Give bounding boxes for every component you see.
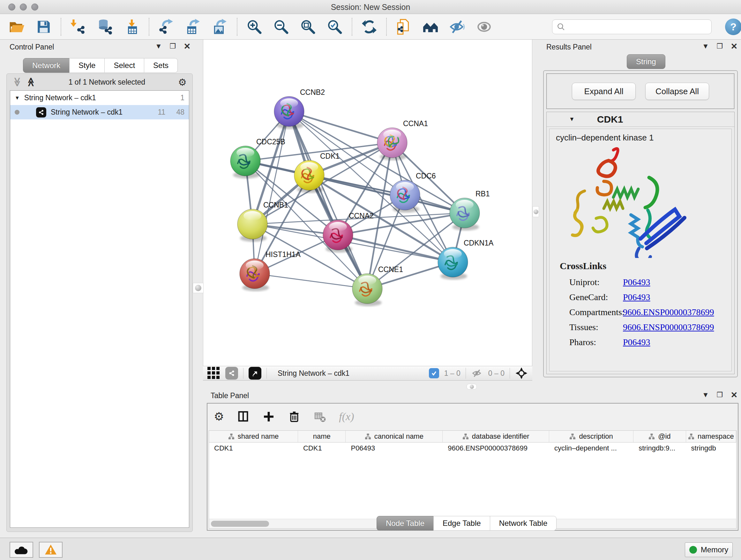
crosslink-link[interactable]: P06493 (623, 292, 650, 302)
panel-float-icon[interactable]: ❒ (717, 43, 723, 50)
right-splitter-handle[interactable] (533, 206, 539, 217)
tab-network-table[interactable]: Network Table (490, 516, 557, 531)
network-canvas[interactable]: CCNB2CCNA1CDC25BCDK1CDC6RB1CCNB1CCNA2CDK… (203, 40, 532, 366)
tab-edge-table[interactable]: Edge Table (433, 516, 490, 531)
crosslink-link[interactable]: P06493 (623, 337, 650, 348)
zoom-selected-icon[interactable] (327, 19, 343, 35)
panel-collapse-icon[interactable]: ▼ (702, 43, 709, 50)
help-icon[interactable]: ? (725, 18, 741, 35)
cytoscape-window: Session: New Session (0, 0, 741, 560)
panel-close-icon[interactable]: ✕ (731, 43, 738, 50)
selected-checkbox-icon[interactable] (429, 368, 439, 378)
import-database-icon[interactable] (97, 19, 113, 35)
table-cell[interactable]: stringdb:9... (633, 444, 686, 452)
grid-view-icon[interactable] (207, 367, 220, 380)
network-edge[interactable] (289, 111, 367, 289)
network-view-icon[interactable] (225, 367, 238, 380)
network-edge[interactable] (309, 175, 465, 213)
detach-view-icon[interactable] (249, 367, 261, 380)
gene-section-header[interactable]: ▼ CDK1 (547, 112, 734, 127)
bottom-splitter-handle[interactable] (467, 384, 477, 389)
table-cell[interactable]: stringdb (686, 444, 736, 452)
delete-column-icon[interactable] (288, 410, 300, 423)
collapse-all-button[interactable]: Collapse All (645, 83, 709, 100)
memory-button[interactable]: Memory (685, 543, 733, 557)
table-cell[interactable]: CDK1 (209, 444, 298, 452)
column-header-name[interactable]: name (298, 431, 346, 442)
show-all-icon[interactable] (476, 19, 492, 35)
column-header-description[interactable]: description (549, 431, 633, 442)
column-header-namespace[interactable]: namespace (686, 431, 736, 442)
node-gloss (358, 275, 376, 285)
open-session-icon[interactable] (9, 19, 25, 35)
gene-collapse-icon[interactable]: ▼ (569, 116, 575, 123)
network-edge[interactable] (338, 235, 453, 262)
expand-all-button[interactable]: Expand All (572, 83, 636, 100)
tab-string[interactable]: String (627, 54, 665, 69)
network-options-gear-icon[interactable]: ⚙ (178, 77, 187, 88)
export-table-icon[interactable] (185, 19, 201, 35)
crosslink-link[interactable]: 9606.ENSP00000378699 (623, 307, 714, 317)
collapse-all-networks-icon[interactable]: ≫ (14, 77, 20, 86)
table-options-gear-icon[interactable]: ⚙ (214, 410, 224, 423)
panel-collapse-icon[interactable]: ▼ (702, 391, 709, 398)
tab-select[interactable]: Select (105, 58, 144, 73)
string-results-buttonbar: Expand All Collapse All (546, 73, 735, 109)
column-header-database-identifier[interactable]: database identifier (443, 431, 549, 442)
tab-style[interactable]: Style (69, 58, 105, 73)
save-session-icon[interactable] (36, 19, 52, 35)
zoom-fit-icon[interactable] (300, 19, 316, 35)
panel-float-icon[interactable]: ❒ (170, 43, 176, 50)
shared-column-icon (365, 433, 371, 440)
crosslink-link[interactable]: P06493 (623, 277, 650, 287)
node-gloss (383, 130, 401, 139)
panel-float-icon[interactable]: ❒ (717, 391, 723, 398)
cloud-button[interactable] (10, 542, 33, 558)
panel-close-icon[interactable]: ✕ (731, 391, 738, 398)
tab-node-table[interactable]: Node Table (377, 516, 434, 531)
crosslink-link[interactable]: 9606.ENSP00000378699 (623, 322, 714, 332)
import-table-icon[interactable] (124, 19, 140, 35)
memory-label: Memory (701, 545, 729, 554)
network-collection-row[interactable]: ▼ String Network – cdk1 1 (10, 91, 189, 105)
results-panel-window-icons: ▼ ❒ ✕ (702, 43, 738, 50)
import-network-icon[interactable] (70, 19, 86, 35)
table-cell[interactable]: P06493 (346, 444, 443, 452)
network-edge[interactable] (289, 111, 392, 143)
shared-column-icon (649, 433, 655, 440)
left-splitter-handle[interactable] (193, 283, 204, 293)
panel-close-icon[interactable]: ✕ (184, 43, 191, 50)
expand-all-networks-icon[interactable]: ≪ (28, 77, 34, 86)
tab-network[interactable]: Network (23, 58, 70, 73)
hide-selected-icon[interactable] (449, 19, 465, 35)
panel-collapse-icon[interactable]: ▼ (155, 43, 162, 50)
search-input[interactable] (565, 23, 707, 31)
collection-expand-icon[interactable]: ▼ (15, 95, 20, 101)
scrollbar-thumb[interactable] (211, 521, 269, 527)
clipboard-network-icon[interactable] (396, 19, 412, 35)
network-edge[interactable] (255, 273, 367, 289)
tab-sets[interactable]: Sets (144, 58, 178, 73)
table-cell[interactable]: 9606.ENSP00000378699 (443, 444, 549, 452)
show-columns-icon[interactable] (237, 410, 250, 423)
column-header-shared-name[interactable]: shared name (209, 431, 298, 442)
table-cell[interactable]: cyclin–dependent ... (549, 444, 633, 452)
export-network-icon[interactable] (158, 19, 174, 35)
table-cell[interactable]: CDK1 (298, 444, 346, 452)
delete-table-icon (313, 410, 326, 423)
refresh-icon[interactable] (361, 19, 377, 35)
column-header-canonical-name[interactable]: canonical name (346, 431, 443, 442)
column-header--id[interactable]: @id (633, 431, 686, 442)
search-field[interactable] (552, 19, 712, 34)
warning-button[interactable] (39, 542, 63, 558)
table-row[interactable]: CDK1CDK1P064939606.ENSP00000378699cyclin… (209, 442, 736, 454)
node-label-CCNB2: CCNB2 (300, 88, 325, 97)
zoom-in-icon[interactable] (246, 19, 262, 35)
export-image-icon[interactable] (212, 19, 228, 35)
zoom-out-icon[interactable] (273, 19, 289, 35)
add-column-icon[interactable] (262, 410, 275, 423)
birdseye-icon[interactable] (515, 367, 528, 380)
home-icon[interactable] (422, 19, 439, 35)
warning-icon (44, 544, 57, 556)
network-row[interactable]: String Network – cdk1 11 48 (10, 105, 189, 119)
